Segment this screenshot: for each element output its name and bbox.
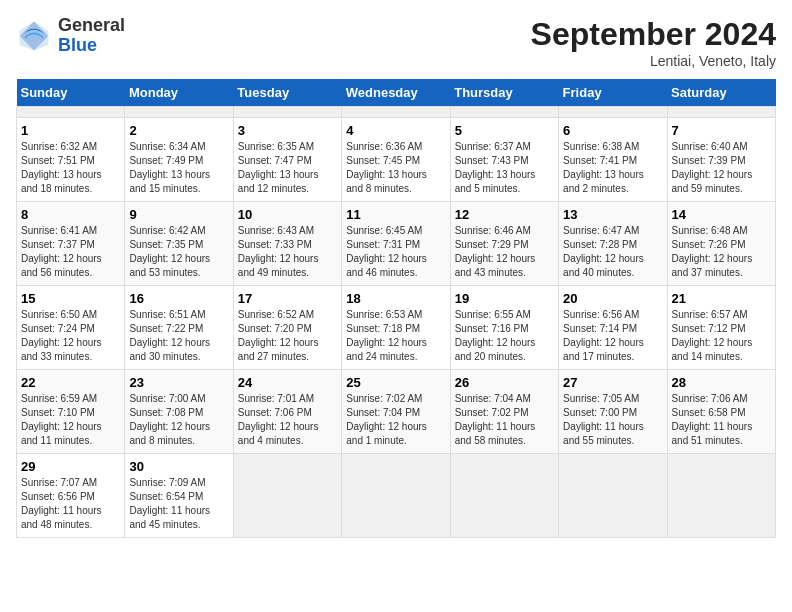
day-number: 18 xyxy=(346,291,445,306)
day-number: 24 xyxy=(238,375,337,390)
day-info: Sunrise: 6:46 AMSunset: 7:29 PMDaylight:… xyxy=(455,224,554,280)
day-number: 12 xyxy=(455,207,554,222)
calendar-cell: 11Sunrise: 6:45 AMSunset: 7:31 PMDayligh… xyxy=(342,202,450,286)
day-info: Sunrise: 7:04 AMSunset: 7:02 PMDaylight:… xyxy=(455,392,554,448)
weekday-header-tuesday: Tuesday xyxy=(233,79,341,107)
day-info: Sunrise: 6:57 AMSunset: 7:12 PMDaylight:… xyxy=(672,308,771,364)
day-number: 1 xyxy=(21,123,120,138)
calendar-cell: 6Sunrise: 6:38 AMSunset: 7:41 PMDaylight… xyxy=(559,118,667,202)
day-info: Sunrise: 6:43 AMSunset: 7:33 PMDaylight:… xyxy=(238,224,337,280)
calendar-cell xyxy=(233,454,341,538)
day-number: 23 xyxy=(129,375,228,390)
calendar-cell: 22Sunrise: 6:59 AMSunset: 7:10 PMDayligh… xyxy=(17,370,125,454)
day-number: 27 xyxy=(563,375,662,390)
day-info: Sunrise: 6:36 AMSunset: 7:45 PMDaylight:… xyxy=(346,140,445,196)
calendar-week-0 xyxy=(17,107,776,118)
day-info: Sunrise: 6:35 AMSunset: 7:47 PMDaylight:… xyxy=(238,140,337,196)
day-number: 8 xyxy=(21,207,120,222)
calendar-cell xyxy=(342,454,450,538)
day-info: Sunrise: 6:34 AMSunset: 7:49 PMDaylight:… xyxy=(129,140,228,196)
weekday-header-monday: Monday xyxy=(125,79,233,107)
calendar-week-4: 22Sunrise: 6:59 AMSunset: 7:10 PMDayligh… xyxy=(17,370,776,454)
day-info: Sunrise: 7:05 AMSunset: 7:00 PMDaylight:… xyxy=(563,392,662,448)
day-info: Sunrise: 6:52 AMSunset: 7:20 PMDaylight:… xyxy=(238,308,337,364)
calendar-week-3: 15Sunrise: 6:50 AMSunset: 7:24 PMDayligh… xyxy=(17,286,776,370)
calendar-week-5: 29Sunrise: 7:07 AMSunset: 6:56 PMDayligh… xyxy=(17,454,776,538)
calendar-cell: 2Sunrise: 6:34 AMSunset: 7:49 PMDaylight… xyxy=(125,118,233,202)
calendar-cell: 30Sunrise: 7:09 AMSunset: 6:54 PMDayligh… xyxy=(125,454,233,538)
day-number: 21 xyxy=(672,291,771,306)
day-info: Sunrise: 6:53 AMSunset: 7:18 PMDaylight:… xyxy=(346,308,445,364)
weekday-header-friday: Friday xyxy=(559,79,667,107)
weekday-header-sunday: Sunday xyxy=(17,79,125,107)
day-info: Sunrise: 6:56 AMSunset: 7:14 PMDaylight:… xyxy=(563,308,662,364)
day-info: Sunrise: 6:59 AMSunset: 7:10 PMDaylight:… xyxy=(21,392,120,448)
calendar-cell xyxy=(450,107,558,118)
calendar-cell xyxy=(559,107,667,118)
calendar-cell: 21Sunrise: 6:57 AMSunset: 7:12 PMDayligh… xyxy=(667,286,775,370)
calendar-week-1: 1Sunrise: 6:32 AMSunset: 7:51 PMDaylight… xyxy=(17,118,776,202)
calendar-cell xyxy=(125,107,233,118)
day-number: 9 xyxy=(129,207,228,222)
day-number: 5 xyxy=(455,123,554,138)
calendar-cell xyxy=(450,454,558,538)
day-info: Sunrise: 6:37 AMSunset: 7:43 PMDaylight:… xyxy=(455,140,554,196)
calendar-cell: 9Sunrise: 6:42 AMSunset: 7:35 PMDaylight… xyxy=(125,202,233,286)
weekday-header-wednesday: Wednesday xyxy=(342,79,450,107)
calendar-cell: 20Sunrise: 6:56 AMSunset: 7:14 PMDayligh… xyxy=(559,286,667,370)
day-info: Sunrise: 6:51 AMSunset: 7:22 PMDaylight:… xyxy=(129,308,228,364)
day-number: 3 xyxy=(238,123,337,138)
calendar-cell xyxy=(559,454,667,538)
title-block: September 2024 Lentiai, Veneto, Italy xyxy=(531,16,776,69)
day-number: 11 xyxy=(346,207,445,222)
weekday-header-row: SundayMondayTuesdayWednesdayThursdayFrid… xyxy=(17,79,776,107)
calendar-cell: 27Sunrise: 7:05 AMSunset: 7:00 PMDayligh… xyxy=(559,370,667,454)
calendar-cell: 8Sunrise: 6:41 AMSunset: 7:37 PMDaylight… xyxy=(17,202,125,286)
calendar-cell: 23Sunrise: 7:00 AMSunset: 7:08 PMDayligh… xyxy=(125,370,233,454)
day-info: Sunrise: 6:48 AMSunset: 7:26 PMDaylight:… xyxy=(672,224,771,280)
calendar-cell xyxy=(667,454,775,538)
day-info: Sunrise: 6:50 AMSunset: 7:24 PMDaylight:… xyxy=(21,308,120,364)
location-subtitle: Lentiai, Veneto, Italy xyxy=(531,53,776,69)
calendar-cell: 5Sunrise: 6:37 AMSunset: 7:43 PMDaylight… xyxy=(450,118,558,202)
calendar-cell: 7Sunrise: 6:40 AMSunset: 7:39 PMDaylight… xyxy=(667,118,775,202)
month-title: September 2024 xyxy=(531,16,776,53)
day-info: Sunrise: 6:41 AMSunset: 7:37 PMDaylight:… xyxy=(21,224,120,280)
day-number: 25 xyxy=(346,375,445,390)
calendar-cell xyxy=(233,107,341,118)
day-number: 7 xyxy=(672,123,771,138)
weekday-header-thursday: Thursday xyxy=(450,79,558,107)
day-number: 16 xyxy=(129,291,228,306)
calendar-cell: 14Sunrise: 6:48 AMSunset: 7:26 PMDayligh… xyxy=(667,202,775,286)
day-number: 10 xyxy=(238,207,337,222)
day-number: 17 xyxy=(238,291,337,306)
day-info: Sunrise: 7:09 AMSunset: 6:54 PMDaylight:… xyxy=(129,476,228,532)
calendar-cell: 3Sunrise: 6:35 AMSunset: 7:47 PMDaylight… xyxy=(233,118,341,202)
day-info: Sunrise: 6:47 AMSunset: 7:28 PMDaylight:… xyxy=(563,224,662,280)
day-number: 4 xyxy=(346,123,445,138)
day-info: Sunrise: 6:45 AMSunset: 7:31 PMDaylight:… xyxy=(346,224,445,280)
calendar-cell: 24Sunrise: 7:01 AMSunset: 7:06 PMDayligh… xyxy=(233,370,341,454)
day-number: 13 xyxy=(563,207,662,222)
day-number: 2 xyxy=(129,123,228,138)
page-header: General Blue September 2024 Lentiai, Ven… xyxy=(16,16,776,69)
logo: General Blue xyxy=(16,16,125,56)
day-number: 6 xyxy=(563,123,662,138)
weekday-header-saturday: Saturday xyxy=(667,79,775,107)
day-info: Sunrise: 6:55 AMSunset: 7:16 PMDaylight:… xyxy=(455,308,554,364)
day-info: Sunrise: 6:38 AMSunset: 7:41 PMDaylight:… xyxy=(563,140,662,196)
day-number: 15 xyxy=(21,291,120,306)
calendar-table: SundayMondayTuesdayWednesdayThursdayFrid… xyxy=(16,79,776,538)
calendar-cell: 10Sunrise: 6:43 AMSunset: 7:33 PMDayligh… xyxy=(233,202,341,286)
calendar-cell: 16Sunrise: 6:51 AMSunset: 7:22 PMDayligh… xyxy=(125,286,233,370)
day-number: 14 xyxy=(672,207,771,222)
logo-text: General Blue xyxy=(58,16,125,56)
calendar-cell: 29Sunrise: 7:07 AMSunset: 6:56 PMDayligh… xyxy=(17,454,125,538)
day-info: Sunrise: 6:40 AMSunset: 7:39 PMDaylight:… xyxy=(672,140,771,196)
day-info: Sunrise: 7:06 AMSunset: 6:58 PMDaylight:… xyxy=(672,392,771,448)
day-number: 20 xyxy=(563,291,662,306)
day-info: Sunrise: 7:02 AMSunset: 7:04 PMDaylight:… xyxy=(346,392,445,448)
calendar-cell: 26Sunrise: 7:04 AMSunset: 7:02 PMDayligh… xyxy=(450,370,558,454)
calendar-cell: 12Sunrise: 6:46 AMSunset: 7:29 PMDayligh… xyxy=(450,202,558,286)
day-info: Sunrise: 7:00 AMSunset: 7:08 PMDaylight:… xyxy=(129,392,228,448)
